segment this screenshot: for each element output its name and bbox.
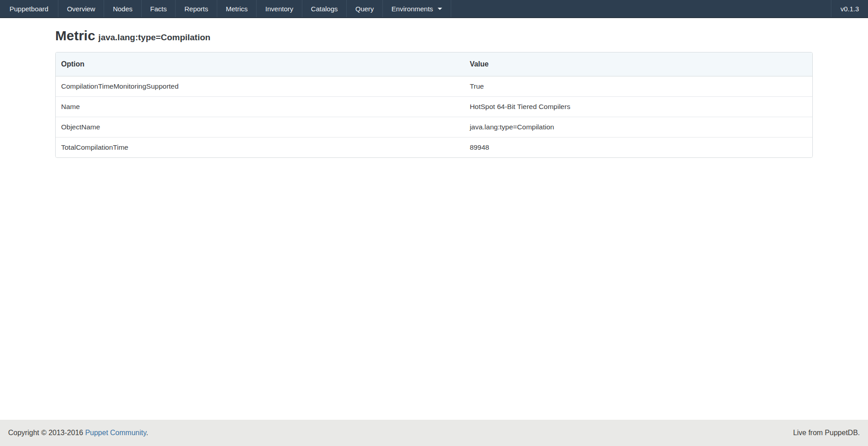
page-title: Metricjava.lang:type=Compilation — [55, 28, 813, 44]
version-label: v0.1.3 — [840, 5, 859, 13]
value-cell: java.lang:type=Compilation — [464, 117, 812, 138]
nav-item-label: Facts — [150, 5, 167, 13]
nav-item-inventory[interactable]: Inventory — [257, 0, 302, 17]
navbar-brand[interactable]: Puppetboard — [0, 0, 58, 17]
nav-item-metrics[interactable]: Metrics — [217, 0, 257, 17]
copyright-period: . — [146, 429, 148, 437]
nav-item-label: Overview — [67, 5, 95, 13]
column-header-option: Option — [56, 52, 464, 76]
table-row: ObjectName java.lang:type=Compilation — [56, 117, 812, 138]
page-title-text: Metric — [55, 28, 95, 43]
copyright-text: Copyright © 2013-2016 — [8, 429, 85, 437]
column-header-value: Value — [464, 52, 812, 76]
option-cell: TotalCompilationTime — [56, 138, 464, 157]
option-cell: Name — [56, 97, 464, 117]
nav-item-label: Query — [355, 5, 374, 13]
nav-item-label: Metrics — [226, 5, 248, 13]
option-cell: ObjectName — [56, 117, 464, 138]
footer: Copyright © 2013-2016 Puppet Community. … — [0, 420, 868, 446]
nav-item-overview[interactable]: Overview — [58, 0, 105, 17]
footer-status: Live from PuppetDB. — [793, 429, 860, 437]
table-header-row: Option Value — [56, 52, 812, 76]
table-row: Name HotSpot 64-Bit Tiered Compilers — [56, 97, 812, 117]
table-row: TotalCompilationTime 89948 — [56, 138, 812, 157]
nav-item-label: Nodes — [113, 5, 132, 13]
version-badge: v0.1.3 — [831, 0, 868, 17]
nav-item-reports[interactable]: Reports — [176, 0, 217, 17]
nav-dropdown-environments[interactable]: Environments — [383, 0, 451, 17]
nav-item-label: Reports — [184, 5, 208, 13]
navbar-brand-label: Puppetboard — [10, 5, 48, 13]
page-subtitle: java.lang:type=Compilation — [98, 33, 210, 42]
footer-copyright: Copyright © 2013-2016 Puppet Community. — [8, 429, 148, 437]
nav-item-label: Environments — [391, 5, 433, 13]
top-navbar: Puppetboard Overview Nodes Facts Reports… — [0, 0, 868, 18]
nav-item-label: Catalogs — [311, 5, 338, 13]
nav-item-nodes[interactable]: Nodes — [104, 0, 141, 17]
metric-table: Option Value CompilationTimeMonitoringSu… — [55, 52, 813, 158]
main-content: Metricjava.lang:type=Compilation Option … — [55, 28, 813, 158]
nav-item-catalogs[interactable]: Catalogs — [302, 0, 347, 17]
nav-item-facts[interactable]: Facts — [142, 0, 176, 17]
nav-item-query[interactable]: Query — [347, 0, 383, 17]
value-cell: 89948 — [464, 138, 812, 157]
value-cell: True — [464, 76, 812, 97]
value-cell: HotSpot 64-Bit Tiered Compilers — [464, 97, 812, 117]
nav-item-label: Inventory — [265, 5, 293, 13]
option-cell: CompilationTimeMonitoringSupported — [56, 76, 464, 97]
puppet-community-link[interactable]: Puppet Community — [85, 429, 146, 437]
table-row: CompilationTimeMonitoringSupported True — [56, 76, 812, 97]
chevron-down-icon — [438, 8, 442, 10]
navbar-spacer — [451, 0, 831, 17]
